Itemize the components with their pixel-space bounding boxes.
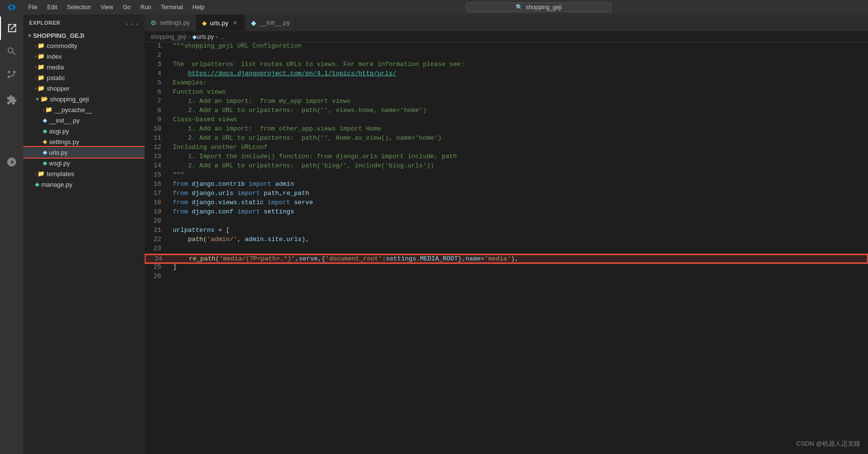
root-folder-label: SHOPPING_GEJI bbox=[33, 32, 84, 39]
menu-help[interactable]: Help bbox=[188, 0, 210, 15]
breadcrumb-sep2: › bbox=[216, 33, 217, 40]
main-layout: EXPLORER ... ▼ SHOPPING_GEJI › 📁 commodi… bbox=[0, 15, 868, 454]
tree-item-pstatic[interactable]: › 📁 pstatic bbox=[23, 72, 145, 83]
tree-item-urls-py[interactable]: ◆ urls.py bbox=[23, 147, 145, 158]
code-line-23: 23 bbox=[145, 245, 868, 254]
index-chevron: › bbox=[35, 54, 36, 59]
tree-item-commodity[interactable]: › 📁 commodity bbox=[23, 40, 145, 51]
tree-item-templates[interactable]: › 📁 templates bbox=[23, 168, 145, 179]
breadcrumb-part1[interactable]: shopping_geji bbox=[150, 33, 186, 40]
tree-item-manage-py[interactable]: ◆ manage.py bbox=[23, 179, 145, 190]
sidebar-file-tree: ▼ SHOPPING_GEJI › 📁 commodity › 📁 index … bbox=[23, 31, 145, 454]
code-line-16: 16 from django.contrib import admin bbox=[145, 180, 868, 190]
manage-py-icon: ◆ bbox=[35, 181, 39, 188]
settings-tab-label: settings.py bbox=[160, 19, 190, 26]
templates-chevron: › bbox=[35, 171, 36, 177]
code-line-14: 14 2. Add a URL to urlpatterns: path('bl… bbox=[145, 162, 868, 171]
shopping-geji-chevron: ▼ bbox=[35, 97, 40, 102]
breadcrumb-sep1: › bbox=[188, 33, 190, 40]
tree-item-settings-py[interactable]: ◆ settings.py bbox=[23, 136, 145, 147]
code-line-9: 9 Class-based views bbox=[145, 116, 868, 125]
urls-py-icon: ◆ bbox=[43, 149, 47, 156]
code-line-13: 13 1. Import the include() function: fro… bbox=[145, 153, 868, 162]
code-line-22: 22 path('admin/', admin.site.urls), bbox=[145, 236, 868, 245]
code-editor[interactable]: 1 """shopping_geji URL Configuration 2 3… bbox=[145, 42, 868, 454]
tab-settings-py[interactable]: ⚙ settings.py bbox=[145, 15, 196, 31]
activity-source-control[interactable] bbox=[0, 63, 23, 86]
code-line-18: 18 from django.views.static import serve bbox=[145, 199, 868, 208]
tab-bar: ⚙ settings.py ◆ urls.py × ◆ __init__.py bbox=[145, 15, 868, 32]
tab-init-py[interactable]: ◆ __init__.py bbox=[245, 15, 296, 31]
index-folder-icon: 📁 bbox=[37, 53, 45, 60]
urls-tab-icon: ◆ bbox=[202, 19, 207, 27]
activity-debug[interactable] bbox=[0, 150, 23, 174]
init-tab-icon: ◆ bbox=[251, 19, 256, 27]
menu-terminal[interactable]: Terminal bbox=[156, 0, 187, 15]
pstatic-chevron: › bbox=[35, 75, 36, 81]
media-label: media bbox=[47, 64, 64, 71]
code-line-17: 17 from django.urls import path,re_path bbox=[145, 190, 868, 199]
title-search-area: 🔍shopping_geji bbox=[209, 2, 868, 12]
tree-item-shopper[interactable]: › 📁 shopper bbox=[23, 83, 145, 94]
menu-run[interactable]: Run bbox=[135, 0, 156, 15]
urls-tab-close[interactable]: × bbox=[231, 19, 239, 27]
menu-go[interactable]: Go bbox=[118, 0, 135, 15]
tree-item-asgi-py[interactable]: ◆ asgi.py bbox=[23, 126, 145, 136]
wsgi-py-label: wsgi.py bbox=[49, 160, 70, 167]
media-chevron: › bbox=[35, 65, 36, 70]
code-line-11: 11 2. Add a URL to urlpatterns: path('',… bbox=[145, 134, 868, 144]
urls-tab-label: urls.py bbox=[210, 19, 228, 27]
menu-view[interactable]: View bbox=[96, 0, 118, 15]
root-chevron: ▼ bbox=[27, 33, 32, 38]
tree-item-shopping-geji[interactable]: ▼ 📂 shopping_geji bbox=[23, 94, 145, 104]
commodity-label: commodity bbox=[47, 42, 77, 49]
code-line-20: 20 bbox=[145, 217, 868, 227]
menu-edit[interactable]: Edit bbox=[42, 0, 62, 15]
tree-item-wsgi-py[interactable]: ◆ wsgi.py bbox=[23, 158, 145, 168]
media-folder-icon: 📁 bbox=[37, 64, 45, 70]
code-line-21: 21 urlpatterns = [ bbox=[145, 227, 868, 236]
code-line-10: 10 1. Add an import: from other_app.view… bbox=[145, 125, 868, 134]
activity-extensions[interactable] bbox=[0, 88, 23, 112]
commodity-folder-icon: 📁 bbox=[37, 42, 45, 49]
sidebar-more-button[interactable]: ... bbox=[125, 18, 139, 27]
urls-py-label: urls.py bbox=[49, 149, 67, 156]
code-line-7: 7 1. Add an import: from my_app import v… bbox=[145, 97, 868, 107]
tree-item-pycache[interactable]: › 📁 __pycache__ bbox=[23, 104, 145, 115]
code-line-5: 5 Examples: bbox=[145, 79, 868, 88]
code-line-8: 8 2. Add a URL to urlpatterns: path('', … bbox=[145, 107, 868, 116]
search-box[interactable]: 🔍shopping_geji bbox=[466, 2, 612, 12]
menu-bar: File Edit Selection View Go Run Terminal… bbox=[23, 0, 209, 15]
root-folder[interactable]: ▼ SHOPPING_GEJI bbox=[23, 31, 145, 40]
pycache-chevron: › bbox=[43, 107, 44, 113]
sidebar-header: EXPLORER ... bbox=[23, 15, 145, 31]
init-py-icon: ◆ bbox=[43, 117, 47, 124]
code-line-6: 6 Function views bbox=[145, 88, 868, 97]
editor-area: ⚙ settings.py ◆ urls.py × ◆ __init__.py … bbox=[145, 15, 868, 454]
activity-search[interactable] bbox=[0, 40, 23, 63]
shopper-folder-icon: 📁 bbox=[37, 85, 45, 92]
init-py-label: __init__.py bbox=[49, 117, 80, 124]
tree-item-media[interactable]: › 📁 media bbox=[23, 62, 145, 72]
tree-item-init-py[interactable]: ◆ __init__.py bbox=[23, 115, 145, 126]
breadcrumb: shopping_geji › ◆ urls.py › ... bbox=[145, 32, 868, 42]
activity-explorer[interactable] bbox=[0, 16, 23, 40]
code-line-26: 26 bbox=[145, 273, 868, 282]
menu-file[interactable]: File bbox=[23, 0, 42, 15]
code-line-19: 19 from django.conf import settings bbox=[145, 208, 868, 217]
pycache-label: __pycache__ bbox=[54, 106, 92, 114]
settings-py-icon: ◆ bbox=[43, 138, 47, 145]
sidebar: EXPLORER ... ▼ SHOPPING_GEJI › 📁 commodi… bbox=[23, 15, 145, 454]
asgi-py-icon: ◆ bbox=[43, 128, 47, 134]
breadcrumb-folder-icon: ◆ bbox=[192, 33, 197, 40]
tab-urls-py[interactable]: ◆ urls.py × bbox=[196, 15, 245, 31]
index-label: index bbox=[47, 53, 62, 60]
tree-item-index[interactable]: › 📁 index bbox=[23, 51, 145, 62]
shopper-label: shopper bbox=[47, 85, 69, 92]
title-bar: File Edit Selection View Go Run Terminal… bbox=[0, 0, 868, 15]
breadcrumb-part2[interactable]: urls.py bbox=[197, 33, 214, 40]
settings-py-label: settings.py bbox=[49, 138, 79, 146]
code-line-25: 25 ] bbox=[145, 263, 868, 273]
menu-selection[interactable]: Selection bbox=[62, 0, 96, 15]
watermark: CSDN @机器人迈克猫 bbox=[796, 439, 860, 448]
